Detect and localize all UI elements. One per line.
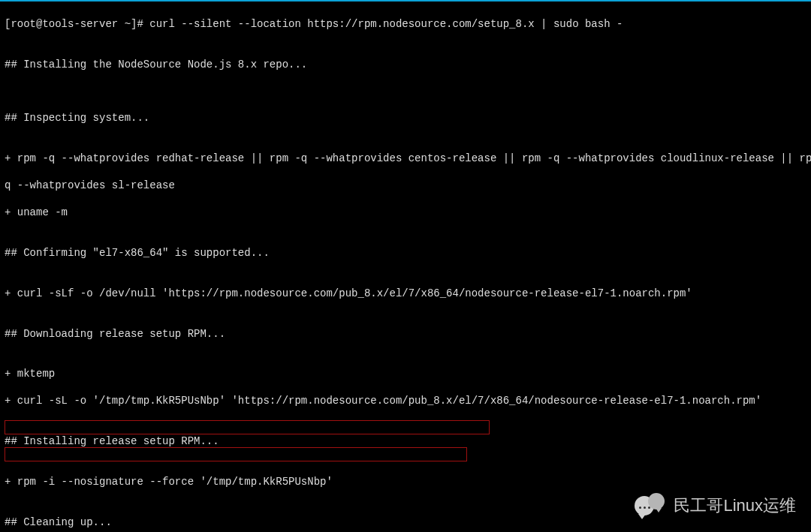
watermark: 民工哥Linux运维 bbox=[635, 493, 796, 518]
terminal-line: ## Downloading release setup RPM... bbox=[5, 328, 806, 341]
terminal-line: q --whatprovides sl-release bbox=[5, 179, 806, 193]
terminal-line: ## Inspecting system... bbox=[5, 112, 806, 125]
watermark-text: 民工哥Linux运维 bbox=[674, 495, 796, 516]
terminal-line: + uname -m bbox=[5, 206, 806, 220]
terminal-line: ## Confirming "el7-x86_64" is supported.… bbox=[5, 247, 806, 260]
window-titlebar-strip bbox=[0, 0, 811, 2]
terminal-line: [root@tools-server ~]# curl --silent --l… bbox=[5, 18, 806, 32]
terminal-line: + curl -sLf -o /dev/null 'https://rpm.no… bbox=[5, 287, 806, 301]
terminal-line: ## Installing the NodeSource Node.js 8.x… bbox=[5, 59, 806, 72]
terminal-line: ## Installing release setup RPM... bbox=[5, 435, 806, 449]
terminal-line: + rpm -i --nosignature --force '/tmp/tmp… bbox=[5, 476, 806, 489]
wechat-icon bbox=[635, 493, 666, 518]
terminal-line: + rpm -q --whatprovides redhat-release |… bbox=[5, 152, 806, 166]
terminal-line: + curl -sL -o '/tmp/tmp.KkR5PUsNbp' 'htt… bbox=[5, 395, 806, 408]
shell-command: curl --silent --location https://rpm.nod… bbox=[149, 18, 623, 30]
terminal-line: + mktemp bbox=[5, 368, 806, 381]
terminal-output[interactable]: [root@tools-server ~]# curl --silent --l… bbox=[5, 5, 806, 532]
shell-prompt: [root@tools-server ~]# bbox=[5, 18, 149, 30]
